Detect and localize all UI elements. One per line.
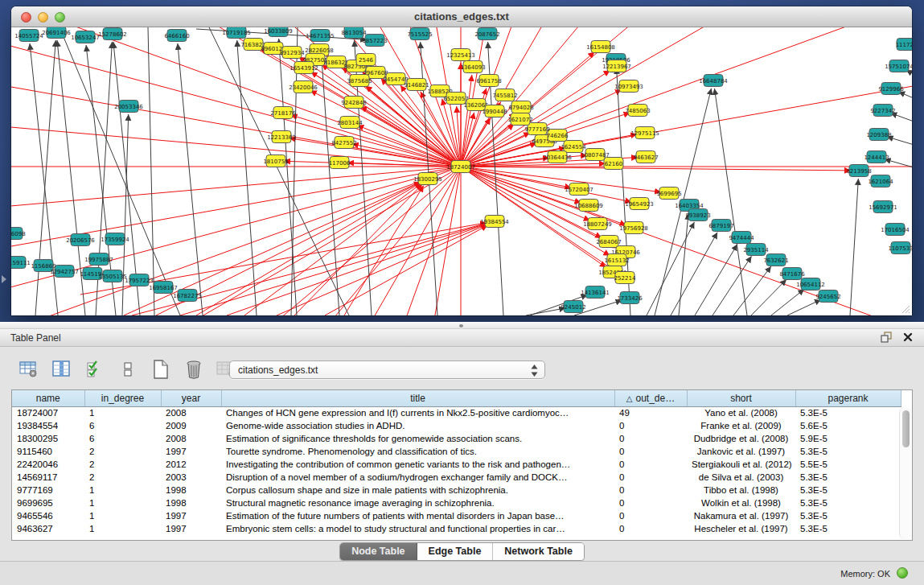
graph-node[interactable]: 1244413 <box>864 151 889 163</box>
table-cell[interactable]: Nakamura et al. (1997) <box>687 509 795 522</box>
table-cell[interactable]: Estimation of the future numbers of pati… <box>221 509 614 522</box>
table-row[interactable]: 911546021997Tourette syndrome. Phenomeno… <box>12 445 901 458</box>
close-panel-icon[interactable] <box>903 332 913 342</box>
graph-node[interactable]: 19756928 <box>619 222 648 234</box>
graph-node[interactable]: 117006 <box>329 157 351 169</box>
graph-node[interactable]: 9245652 <box>815 290 840 303</box>
table-cell[interactable]: 1 <box>84 406 161 419</box>
table-cell[interactable]: 2012 <box>161 458 221 471</box>
network-canvas[interactable]: 1405572420691406106532471527860264661601… <box>11 27 912 315</box>
graph-node[interactable]: 2803144 <box>337 117 363 129</box>
delete-table-button[interactable] <box>183 359 205 380</box>
graph-edge[interactable] <box>885 159 912 171</box>
graph-node[interactable]: 10973493 <box>614 80 643 93</box>
table-cell[interactable]: Disruption of a novel member of a sodium… <box>221 471 614 484</box>
network-table-selector[interactable]: citations_edges.txt <box>229 360 545 379</box>
graph-edge[interactable] <box>890 113 912 126</box>
graph-edge[interactable] <box>733 266 771 315</box>
table-row[interactable]: 946554611997Estimation of the future num… <box>12 509 901 522</box>
graph-node[interactable]: 8471676 <box>779 268 805 280</box>
table-cell[interactable]: Dudbridge et al. (2008) <box>687 432 795 445</box>
graph-node[interactable]: 15751074 <box>885 60 912 72</box>
table-cell[interactable]: 1 <box>84 509 161 522</box>
table-row[interactable]: 1872400712008Changes of HCN gene express… <box>12 406 901 419</box>
graph-node[interactable]: 12325413 <box>446 49 475 61</box>
graph-node[interactable]: 8938923 <box>685 209 710 221</box>
graph-node[interactable]: 6961758 <box>476 75 501 87</box>
graph-node[interactable]: 1364093 <box>460 61 485 73</box>
table-cell[interactable]: 1998 <box>161 484 221 496</box>
graph-node[interactable]: 746266 <box>547 130 569 142</box>
table-cell[interactable]: 5.3E-5 <box>795 522 901 535</box>
table-cell[interactable]: 6 <box>84 432 161 445</box>
table-cell[interactable]: 9463627 <box>12 522 84 535</box>
graph-node[interactable]: 1621072 <box>507 113 532 126</box>
graph-edge[interactable] <box>671 233 717 315</box>
table-cell[interactable]: 2 <box>84 445 161 458</box>
table-row[interactable]: 1830029562008Estimation of significance … <box>12 432 901 445</box>
graph-edge[interactable] <box>679 213 688 315</box>
graph-node[interactable]: 9699695 <box>656 187 681 200</box>
graph-node[interactable]: 8213958 <box>846 165 871 177</box>
tab-node-table[interactable]: Node Table <box>340 543 417 560</box>
graph-node[interactable]: 9463627 <box>633 151 658 163</box>
column-header-pagerank[interactable]: pagerank <box>795 390 901 406</box>
graph-node[interactable]: 20053346 <box>114 101 143 113</box>
tab-edge-table[interactable]: Edge Table <box>417 543 494 560</box>
graph-node[interactable]: 16648784 <box>699 75 728 87</box>
graph-edge[interactable] <box>771 289 804 315</box>
graph-node[interactable]: 2935114 <box>743 244 769 256</box>
graph-edge[interactable] <box>714 89 747 315</box>
table-cell[interactable]: 5.3E-5 <box>795 484 901 496</box>
graph-edge[interactable] <box>887 137 912 148</box>
table-cell[interactable]: 1 <box>84 496 161 509</box>
graph-node[interactable]: 111725 <box>896 39 912 51</box>
graph-node[interactable]: 9129966 <box>878 83 904 95</box>
graph-node[interactable]: 6879197 <box>708 220 733 232</box>
table-cell[interactable]: 14569117 <box>12 471 84 484</box>
column-header-year[interactable]: year <box>161 390 221 406</box>
graph-node[interactable]: 1107533 <box>888 242 912 254</box>
table-cell[interactable]: Tibbo et al. (1998) <box>687 484 795 496</box>
graph-node[interactable]: 8813054 <box>341 27 367 39</box>
graph-node[interactable]: 1986098 <box>11 228 26 240</box>
table-cell[interactable]: 0 <box>614 522 687 535</box>
table-cell[interactable]: Franke et al. (2009) <box>687 419 795 432</box>
graph-edge[interactable] <box>148 27 154 315</box>
column-header-in_degree[interactable]: in_degree <box>84 390 161 406</box>
table-cell[interactable]: 0 <box>614 458 687 471</box>
panel-splitter[interactable] <box>0 322 924 329</box>
table-cell[interactable]: 1 <box>84 484 161 496</box>
graph-edge[interactable] <box>11 27 461 167</box>
table-cell[interactable]: 9465546 <box>12 509 84 522</box>
graph-node[interactable]: 2546 <box>356 54 376 66</box>
graph-edge[interactable] <box>124 182 421 315</box>
graph-node[interactable]: 19654923 <box>625 198 654 210</box>
table-cell[interactable]: Genome-wide association studies in ADHD. <box>221 419 614 432</box>
graph-node[interactable]: 3875685 <box>347 75 372 87</box>
table-cell[interactable]: 1998 <box>161 496 221 509</box>
graph-node[interactable]: 1733426 <box>617 292 643 304</box>
graph-edge[interactable] <box>461 75 472 167</box>
table-row[interactable]: 1456911722003Disruption of a novel membe… <box>12 471 901 484</box>
graph-node[interactable]: 19159111 <box>11 257 31 269</box>
table-row[interactable]: 969969511998Structural magnetic resonanc… <box>12 496 901 509</box>
graph-node[interactable]: 9227342 <box>870 105 895 117</box>
table-cell[interactable]: Wolkin et al. (1998) <box>687 496 795 509</box>
select-columns-button[interactable] <box>51 359 73 380</box>
table-cell[interactable]: 1 <box>84 522 161 535</box>
table-cell[interactable]: 49 <box>614 406 687 419</box>
graph-node[interactable]: 10654112 <box>796 278 825 290</box>
table-cell[interactable]: 2003 <box>161 471 221 484</box>
graph-node[interactable]: 16154808 <box>586 41 615 53</box>
column-header-short[interactable]: short <box>687 390 795 406</box>
graph-node[interactable]: 6794028 <box>508 101 533 113</box>
table-cell[interactable]: de Silva et al. (2003) <box>687 471 795 484</box>
control-panel-collapse-icon[interactable] <box>2 275 6 283</box>
graph-node[interactable]: 17359924 <box>101 233 129 245</box>
table-cell[interactable]: 2008 <box>161 432 221 445</box>
graph-node[interactable]: 6466160 <box>164 30 189 42</box>
table-cell[interactable]: 5.3E-5 <box>795 496 901 509</box>
graph-node[interactable]: 10719185 <box>222 27 251 39</box>
table-cell[interactable]: 6 <box>84 419 161 432</box>
